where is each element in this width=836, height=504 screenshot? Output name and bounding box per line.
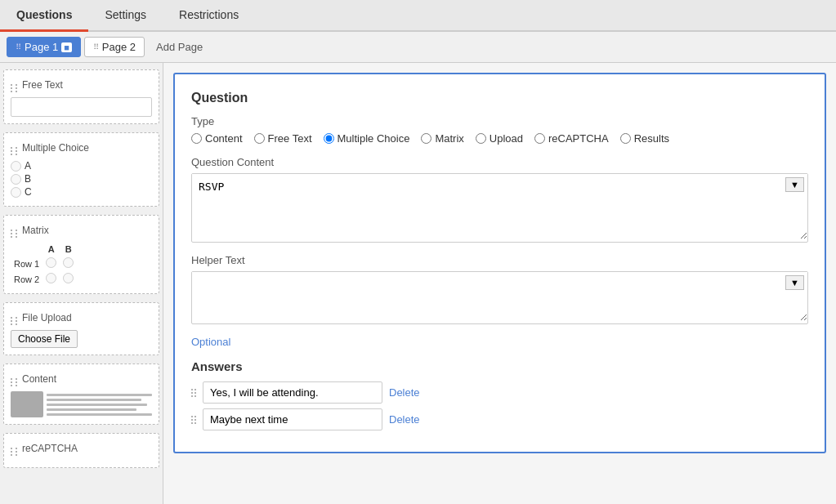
choose-file-button[interactable]: Choose File	[11, 330, 78, 348]
drag-dots-icon-file	[11, 310, 19, 325]
answer-drag-icon-2	[191, 416, 196, 424]
drag-dots-icon-mc	[11, 140, 19, 155]
page-tab-2[interactable]: ⠿ Page 2	[84, 37, 145, 57]
question-panel: Question Type Content Free Text Multiple…	[173, 73, 826, 453]
answer-row-1: Delete	[191, 381, 808, 404]
matrix-r1a	[46, 257, 56, 268]
helper-text-label: Helper Text	[191, 254, 808, 266]
content-image	[11, 391, 43, 417]
type-option-content[interactable]: Content	[191, 132, 243, 145]
page1-badge: ■	[61, 42, 72, 52]
sidebar-item-file-upload[interactable]: File Upload Choose File	[3, 302, 159, 355]
drag-dots-icon-matrix	[11, 222, 19, 238]
type-row: Content Free Text Multiple Choice Matrix…	[191, 132, 808, 145]
matrix-title: Matrix	[11, 222, 152, 238]
tab-questions[interactable]: Questions	[0, 0, 88, 32]
type-radio-content[interactable]	[191, 133, 202, 144]
drag-dots-icon	[11, 77, 19, 92]
type-radio-results[interactable]	[620, 133, 631, 144]
type-option-recaptcha[interactable]: reCAPTCHA	[534, 132, 609, 145]
helper-text-textarea[interactable]	[192, 272, 807, 321]
helper-format-button[interactable]: ▼	[785, 275, 804, 290]
answer-drag-icon-1	[191, 389, 196, 397]
sidebar-item-matrix[interactable]: Matrix A B Row 1	[3, 215, 159, 294]
type-radio-matrix[interactable]	[421, 133, 431, 144]
type-option-upload[interactable]: Upload	[476, 132, 523, 145]
matrix-r2a	[46, 273, 56, 283]
free-text-title: Free Text	[11, 77, 152, 92]
sidebar-item-multiple-choice[interactable]: Multiple Choice A B C	[3, 132, 159, 207]
mc-radio-c	[11, 187, 21, 198]
main-layout: Free Text Multiple Choice A	[0, 63, 836, 504]
recaptcha-title: reCAPTCHA	[11, 440, 152, 456]
type-radio-free-text[interactable]	[254, 133, 265, 144]
type-radio-recaptcha[interactable]	[534, 133, 545, 144]
mc-option-b: B	[11, 173, 152, 185]
answer-input-1[interactable]	[203, 381, 382, 404]
delete-answer-2[interactable]: Delete	[389, 413, 420, 426]
drag-dots-icon-content	[11, 371, 19, 386]
content-text-lines	[47, 391, 152, 417]
mc-option-a: A	[11, 160, 152, 172]
sidebar-item-content[interactable]: Content	[3, 364, 159, 425]
answer-input-2[interactable]	[203, 408, 382, 430]
helper-toolbar: ▼	[785, 275, 804, 290]
mc-radio-b	[11, 174, 21, 185]
page-tabs-bar: ⠿ Page 1 ■ ⠿ Page 2 Add Page	[0, 32, 836, 63]
tab-settings[interactable]: Settings	[88, 0, 163, 32]
mc-title: Multiple Choice	[11, 140, 152, 155]
answers-title: Answers	[191, 359, 808, 373]
drag-handle-icon2: ⠿	[93, 42, 99, 51]
optional-link[interactable]: Optional	[191, 336, 808, 348]
type-option-free-text[interactable]: Free Text	[254, 132, 312, 145]
drag-dots-icon-recaptcha	[11, 440, 19, 456]
sidebar-item-recaptcha[interactable]: reCAPTCHA	[3, 433, 159, 468]
type-radio-upload[interactable]	[476, 133, 486, 144]
type-option-multiple-choice[interactable]: Multiple Choice	[324, 132, 410, 145]
question-content-textarea[interactable]	[192, 174, 807, 239]
type-option-matrix[interactable]: Matrix	[421, 132, 463, 145]
delete-answer-1[interactable]: Delete	[389, 386, 420, 399]
matrix-r2b	[63, 273, 74, 283]
type-option-results[interactable]: Results	[620, 132, 669, 145]
helper-text-wrapper: ▼	[191, 271, 808, 324]
content-preview	[11, 391, 152, 417]
content-title: Content	[11, 371, 152, 386]
top-nav: Questions Settings Restrictions	[0, 0, 836, 32]
content-area: Question Type Content Free Text Multiple…	[163, 63, 836, 504]
content-format-button[interactable]: ▼	[785, 177, 804, 192]
answer-row-2: Delete	[191, 408, 808, 430]
type-label: Type	[191, 115, 808, 127]
page-tab-1[interactable]: ⠿ Page 1 ■	[7, 37, 81, 57]
matrix-r1b	[63, 257, 74, 268]
mc-radio-a	[11, 161, 21, 172]
matrix-preview: A B Row 1 Row 2	[11, 243, 77, 287]
free-text-input[interactable]	[11, 97, 152, 117]
question-content-label: Question Content	[191, 156, 808, 168]
tab-restrictions[interactable]: Restrictions	[163, 0, 255, 32]
file-upload-title: File Upload	[11, 310, 152, 325]
type-radio-multiple-choice[interactable]	[324, 133, 334, 144]
mc-option-c: C	[11, 186, 152, 198]
content-toolbar: ▼	[785, 177, 804, 192]
add-page-button[interactable]: Add Page	[148, 38, 211, 56]
drag-handle-icon: ⠿	[16, 42, 21, 51]
question-content-wrapper: ▼	[191, 173, 808, 243]
panel-title: Question	[191, 91, 808, 105]
sidebar-item-free-text[interactable]: Free Text	[3, 69, 159, 124]
sidebar: Free Text Multiple Choice A	[0, 63, 163, 504]
